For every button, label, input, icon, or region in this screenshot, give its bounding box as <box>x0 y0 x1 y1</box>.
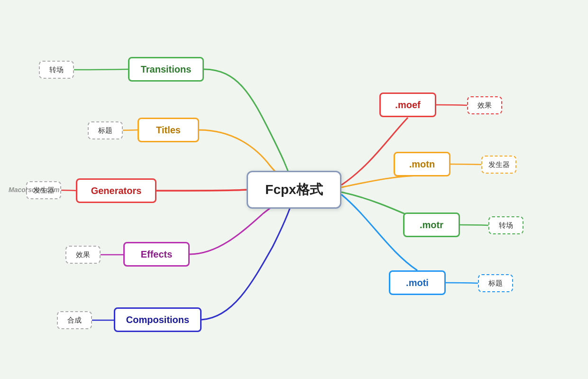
moti-node: .moti <box>389 270 446 295</box>
motn-node: .motn <box>394 152 450 176</box>
label-xiaoguo-right: 效果 <box>467 96 502 114</box>
center-node: Fcpx格式 <box>247 171 341 209</box>
motr-node: .motr <box>403 213 460 237</box>
moef-label: .moef <box>395 100 420 111</box>
transitions-node: Transitions <box>128 57 204 82</box>
titles-node: Titles <box>138 118 199 142</box>
label-zhuanchang-left: 转场 <box>39 61 74 79</box>
titles-label: Titles <box>156 125 181 136</box>
label-biaoti-right: 标题 <box>478 274 513 292</box>
effects-node: Effects <box>123 242 190 267</box>
generators-node: Generators <box>76 178 156 203</box>
generators-label: Generators <box>91 185 142 196</box>
moef-node: .moef <box>379 92 436 117</box>
compositions-node: Compositions <box>114 307 202 332</box>
label-xiaoguo-left: 效果 <box>65 246 101 264</box>
compositions-label: Compositions <box>126 314 189 325</box>
center-label: Fcpx格式 <box>265 181 322 199</box>
label-zhuanchang-right: 转场 <box>488 216 524 234</box>
effects-label: Effects <box>141 249 173 260</box>
moti-label: .moti <box>406 277 429 288</box>
motr-label: .motr <box>420 220 443 231</box>
watermark: Macorsoon.com <box>9 186 59 194</box>
transitions-label: Transitions <box>141 64 192 75</box>
label-biaoti-left: 标题 <box>88 121 123 139</box>
label-fashengqi-right: 发生器 <box>481 156 516 174</box>
motn-label: .motn <box>409 159 435 170</box>
label-hecheng-left: 合成 <box>57 311 92 329</box>
